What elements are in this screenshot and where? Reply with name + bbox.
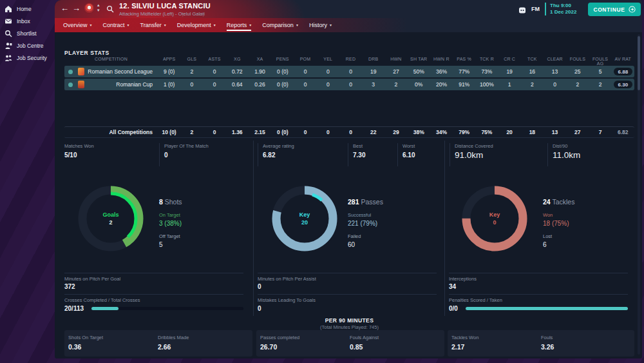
- donut-center-value: 0: [493, 219, 496, 226]
- sidebar-item-label: Inbox: [17, 18, 30, 25]
- stat-cell: 0: [339, 129, 362, 135]
- column-header-clear[interactable]: CLEAR: [544, 57, 566, 64]
- competition-logo-icon: [78, 68, 84, 75]
- column-header-av-rat[interactable]: AV RAT: [612, 57, 634, 64]
- per90-stat-value: 0.85: [350, 343, 379, 351]
- column-header-pas-[interactable]: PAS %: [453, 57, 475, 64]
- column-header-cr-c[interactable]: CR C: [498, 57, 521, 64]
- stat-cell: 27: [384, 68, 407, 75]
- column-header-tck-r[interactable]: TCK R: [475, 57, 498, 64]
- competition-name: Romanian Cup: [116, 81, 158, 88]
- stat-cell: 18: [521, 129, 544, 135]
- column-header-hwn-r[interactable]: HWN R: [430, 57, 453, 64]
- metric2-value: 0/0: [449, 305, 458, 312]
- stat-cell: 0: [203, 68, 225, 75]
- chevron-up-icon: ▴: [97, 3, 100, 8]
- column-header-apps[interactable]: APPS: [158, 57, 180, 64]
- sidebar-item-shortlist[interactable]: Shortlist: [0, 27, 55, 39]
- sidebar-item-inbox[interactable]: Inbox: [0, 15, 55, 27]
- table-header-row: COMPETITIONAPPSGLSASTSXGXAPENSPOMYELREDD…: [64, 57, 634, 64]
- sidebar-item-job-centre[interactable]: Job Centre: [0, 39, 55, 52]
- column-header-competition[interactable]: COMPETITION: [64, 57, 158, 64]
- sidebar-item-label: Job Security: [17, 55, 47, 61]
- column-header-gls[interactable]: GLS: [180, 57, 203, 64]
- fm-logo-icon: [518, 5, 526, 17]
- tab-overview[interactable]: Overview▾: [63, 19, 92, 32]
- summary-stat-label: Player Of The Match: [164, 143, 256, 149]
- tab-comparison[interactable]: Comparison▾: [262, 19, 298, 32]
- stat-cell: 27: [566, 129, 589, 135]
- column-header-drb[interactable]: DRB: [362, 57, 384, 64]
- per90-card: Shots On Target0.36Dribbles Made2.66: [64, 330, 252, 357]
- donut-center-label: Key: [489, 211, 500, 218]
- page-header: ← → ▴▾ 12. SILVIU LUCA STANCIU Attacking…: [55, 0, 642, 32]
- club-badge-icon[interactable]: [84, 3, 95, 14]
- stat-cell: 2: [384, 81, 407, 88]
- headline-value: 24: [543, 198, 551, 206]
- column-header-hwn[interactable]: HWN: [384, 57, 407, 64]
- competition-name: Romanian Second League: [88, 68, 158, 75]
- stat-cell: 0: [317, 81, 339, 88]
- stat-cell: 1 (0): [158, 81, 180, 88]
- column-header-pens[interactable]: PENS: [271, 57, 294, 64]
- sidebar-item-label: Shortlist: [17, 30, 37, 37]
- metric2-value: 0: [258, 305, 261, 312]
- table-row[interactable]: Romanian Cup1 (0)000.640.260 (0)000320%2…: [64, 79, 634, 90]
- game-date[interactable]: Thu 9:00 1 Dec 2022: [550, 3, 576, 15]
- metric2-label: Penalties Scored / Taken: [449, 297, 502, 303]
- stat-cell: 7: [589, 129, 611, 135]
- column-header-xg[interactable]: XG: [226, 57, 249, 64]
- sidebar-item-job-security[interactable]: Job Security: [0, 52, 55, 64]
- tab-reports[interactable]: Reports▾: [227, 19, 252, 32]
- column-header-asts[interactable]: ASTS: [203, 57, 225, 64]
- donut-side-stats: 24 TacklesWon18 (75%)Lost6: [543, 198, 574, 248]
- sidebar-item-home[interactable]: Home: [0, 3, 55, 15]
- tab-contract[interactable]: Contract▾: [103, 19, 129, 32]
- per90-stat-fouls: Fouls3.26: [541, 335, 554, 351]
- competition-cell: Romanian Second League: [64, 68, 158, 75]
- column-header-tck[interactable]: TCK: [521, 57, 544, 64]
- chevron-down-icon: ▾: [249, 23, 251, 27]
- average-rating-badge: 6.30: [614, 81, 633, 88]
- scrollbar[interactable]: [638, 34, 640, 355]
- summary-stat-player-of-the-match: Player Of The Match0: [159, 143, 256, 166]
- stat-cell: 0: [544, 81, 566, 88]
- progress-bar: [466, 307, 628, 310]
- tab-transfer[interactable]: Transfer▾: [140, 19, 166, 32]
- column-header-xa[interactable]: XA: [249, 57, 271, 64]
- summary-stat-distance-covered: Distance Covered91.0km: [450, 143, 546, 166]
- chevron-down-icon: ▾: [97, 8, 100, 13]
- table-totals-row[interactable]: All Competitions10 (0)201.362.150 (0)000…: [64, 126, 634, 138]
- table-row[interactable]: Romanian Second League9 (0)200.721.900 (…: [64, 66, 634, 77]
- summary-stat-label: Best: [353, 143, 396, 149]
- column-header-fouls[interactable]: FOULS: [566, 57, 589, 64]
- tab-development[interactable]: Development▾: [177, 19, 216, 32]
- player-switcher-chevrons[interactable]: ▴▾: [97, 3, 100, 13]
- forward-arrow-icon[interactable]: →: [72, 3, 80, 14]
- scrollbar-thumb[interactable]: [638, 36, 640, 90]
- tab-history[interactable]: History▾: [309, 19, 332, 32]
- summary-stat-best: Best7.30: [348, 143, 396, 166]
- stat-cell: 9 (0): [158, 68, 180, 75]
- progress-bar-fill: [466, 307, 628, 310]
- chevron-down-icon: ▾: [90, 23, 92, 27]
- per90-stat-fouls-against: Fouls Against0.85: [350, 335, 379, 351]
- stat-cell: 0: [317, 68, 339, 75]
- column-header-red[interactable]: RED: [339, 57, 362, 64]
- column-header-yel[interactable]: YEL: [317, 57, 339, 64]
- per90-stat-label: Dribbles Made: [158, 335, 189, 340]
- donut-side-stats: 8 ShotsOn Target3 (38%)Off Target5: [159, 198, 182, 248]
- headline-value: 8: [159, 198, 163, 206]
- progress-bar: [91, 307, 243, 310]
- back-arrow-icon[interactable]: ←: [61, 3, 69, 14]
- search-icon[interactable]: [106, 4, 114, 15]
- stat-cell: 29: [384, 129, 407, 135]
- stat-cell: 79%: [453, 129, 475, 135]
- column-header-sh-tar[interactable]: SH TAR: [408, 57, 430, 64]
- column-header-pom[interactable]: POM: [294, 57, 316, 64]
- metric1-value: 34: [449, 283, 456, 290]
- fm-label: FM: [531, 6, 540, 12]
- stat-cell: 0: [294, 68, 316, 75]
- column-header-fouls-ag[interactable]: FOULS AG: [589, 57, 611, 64]
- continue-button[interactable]: CONTINUE: [588, 3, 641, 16]
